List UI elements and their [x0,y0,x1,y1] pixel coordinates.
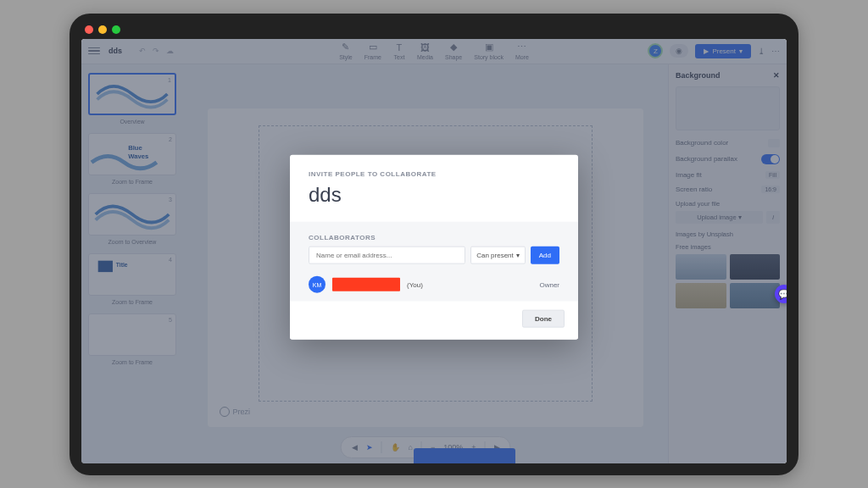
permission-select[interactable]: Can present▾ [470,247,526,264]
add-button[interactable]: Add [531,247,559,264]
share-modal: INVITE PEOPLE TO COLLABORATE dds COLLABO… [290,155,578,340]
collaborators-label: COLLABORATORS [309,234,559,241]
chevron-down-icon: ▾ [516,252,520,259]
maximize-window-icon[interactable] [112,25,120,34]
you-label: (You) [407,280,423,288]
modal-title: dds [309,183,559,207]
modal-subheader: INVITE PEOPLE TO COLLABORATE [309,170,559,178]
close-window-icon[interactable] [85,25,93,34]
collaborator-avatar: KM [309,276,326,293]
app-screen: dds ↶ ↷ ☁ ✎Style ▭Frame TText 🖼Media ◆Sh… [81,39,787,463]
done-button[interactable]: Done [522,310,565,328]
device-frame: dds ↶ ↷ ☁ ✎Style ▭Frame TText 🖼Media ◆Sh… [70,14,798,475]
owner-label: Owner [539,280,559,288]
redacted-name [332,278,400,291]
window-titlebar [81,20,787,39]
collaborator-input[interactable] [309,247,465,264]
collaborator-row: KM (You) Owner [309,273,559,297]
minimize-window-icon[interactable] [98,25,107,34]
